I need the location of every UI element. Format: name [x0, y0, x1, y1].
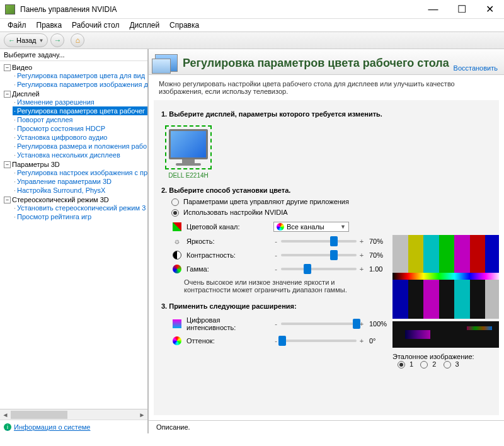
tree-group[interactable]: − Стереоскопический режим 3D	[4, 196, 147, 203]
brightness-icon: ☼	[173, 237, 181, 246]
tree-item[interactable]: ·Регулировка параметров цвета для вид	[13, 71, 147, 80]
contrast-slider[interactable]	[281, 254, 357, 256]
monitor-selector[interactable]: DELL E2214H	[161, 122, 215, 183]
tree-item[interactable]: ·Поворот дисплея	[13, 115, 147, 124]
digital-value: 100%	[369, 320, 394, 328]
hue-slider[interactable]	[281, 340, 357, 342]
home-icon: ⌂	[76, 36, 80, 45]
menu-display[interactable]: Дисплей	[124, 20, 164, 31]
color-wheel-icon	[277, 223, 284, 231]
tree-item[interactable]: ·Регулировка размера и положения рабо	[13, 142, 147, 151]
restore-link[interactable]: Восстановить	[454, 64, 498, 72]
ref-option-3[interactable]: 3	[444, 360, 459, 368]
tree-item[interactable]: ·Регулировка настроек изображения с пр	[13, 168, 147, 177]
arrow-left-icon: ←	[8, 37, 15, 44]
tree-item[interactable]: ·Установка нескольких дисплеев	[13, 151, 147, 159]
close-button[interactable]: ✕	[476, 0, 504, 19]
system-info-label: Информация о системе	[14, 423, 90, 431]
channel-select[interactable]: Все каналы ▼	[273, 222, 349, 232]
contrast-icon	[173, 251, 181, 260]
scroll-left-icon[interactable]: ◄	[0, 409, 11, 420]
tree-group[interactable]: − Видео	[4, 64, 147, 71]
menubar: Файл Правка Рабочий стол Дисплей Справка	[0, 19, 504, 31]
reference-label: Эталонное изображение:	[392, 353, 499, 360]
radio-nvidia[interactable]: Использовать настройки NVIDIA	[161, 209, 491, 217]
arrow-right-icon: →	[54, 36, 61, 45]
gamma-label: Гамма:	[186, 265, 268, 273]
window-title: Панель управления NVIDIA	[20, 5, 419, 14]
contrast-value: 70%	[369, 251, 394, 259]
maximize-button[interactable]: ☐	[447, 0, 476, 19]
tree-item[interactable]: ·Изменение разрешения	[13, 98, 147, 106]
radio-checked-icon	[171, 209, 179, 217]
brightness-label: Яркость:	[186, 237, 268, 245]
minimize-button[interactable]: —	[419, 0, 447, 19]
color-bars-icon	[392, 235, 499, 273]
tree-group[interactable]: − Дисплей	[4, 90, 147, 98]
tree-collapse-icon: −	[4, 161, 11, 168]
hue-value: 0°	[369, 337, 394, 345]
home-button[interactable]: ⌂	[71, 33, 84, 47]
channel-value: Все каналы	[287, 223, 324, 231]
sidebar: Выберите задачу... − Видео·Регулировка п…	[0, 49, 149, 433]
main-header: Регулировка параметров цвета рабочего ст…	[149, 49, 504, 75]
gamma-value: 1.00	[369, 265, 394, 273]
monitor-label: DELL E2214H	[165, 172, 212, 179]
menu-file[interactable]: Файл	[3, 20, 32, 31]
titlebar: Панель управления NVIDIA — ☐ ✕	[0, 0, 504, 19]
digital-label: Цифровая интенсивность:	[186, 316, 268, 331]
step2-title: 2. Выберите способ установки цвета.	[161, 186, 491, 194]
tree-item[interactable]: ·Просмотр состояния HDCP	[13, 124, 147, 133]
brightness-value: 70%	[369, 237, 394, 245]
ref-option-2[interactable]: 2	[420, 360, 436, 368]
tree-item[interactable]: ·Регулировка параметров цвета рабочег	[13, 106, 147, 115]
tree-group[interactable]: − Параметры 3D	[4, 161, 147, 168]
main-panel: Регулировка параметров цвета рабочего ст…	[149, 49, 504, 433]
page-title: Регулировка параметров цвета рабочего ст…	[183, 57, 449, 70]
menu-edit[interactable]: Правка	[32, 20, 67, 31]
horizontal-scrollbar[interactable]: ◄ ►	[0, 409, 147, 420]
system-info-link[interactable]: i Информация о системе	[4, 423, 90, 431]
brightness-slider[interactable]	[281, 240, 357, 243]
tree-item[interactable]: ·Установка цифрового аудио	[13, 133, 147, 142]
radio-icon	[171, 198, 179, 206]
back-label: Назад	[16, 37, 37, 44]
tree-item[interactable]: ·Настройка Surround, PhysX	[13, 186, 147, 195]
display-color-icon	[155, 54, 178, 72]
back-button[interactable]: ← Назад ▼	[4, 33, 48, 47]
channel-label: Цветовой канал:	[186, 223, 268, 231]
tree-item[interactable]: ·Регулировка параметров изображения д	[13, 80, 147, 89]
channel-icon	[173, 222, 181, 231]
radio-other-apps[interactable]: Параметрами цвета управляют другие прило…	[161, 198, 491, 206]
tree-collapse-icon: −	[4, 197, 11, 203]
task-tree: − Видео·Регулировка параметров цвета для…	[0, 61, 147, 409]
app-icon	[5, 4, 15, 14]
menu-desktop[interactable]: Рабочий стол	[67, 20, 124, 31]
hue-icon	[173, 336, 181, 345]
forward-button[interactable]: →	[50, 33, 64, 47]
info-icon: i	[4, 423, 11, 431]
ref-option-1[interactable]: 1	[398, 360, 413, 368]
tree-collapse-icon: −	[4, 64, 11, 71]
tree-collapse-icon: −	[4, 91, 11, 98]
gamma-icon	[173, 265, 181, 273]
digital-vibrance-icon	[173, 319, 181, 328]
step1-title: 1. Выберите дисплей, параметры которого …	[161, 110, 491, 118]
description-label: Описание.	[149, 420, 504, 433]
page-description: Можно регулировать настройки цвета рабоч…	[149, 75, 504, 100]
menu-help[interactable]: Справка	[164, 20, 204, 31]
tree-item[interactable]: ·Управление параметрами 3D	[13, 177, 147, 186]
chevron-down-icon: ▼	[340, 224, 346, 230]
reference-image-panel: Эталонное изображение: 1 2 3	[392, 235, 499, 369]
hue-label: Оттенок:	[186, 337, 268, 345]
scroll-thumb[interactable]	[11, 411, 67, 419]
tree-item[interactable]: ·Установить стереоскопический режим 3	[13, 203, 147, 212]
digital-slider[interactable]	[281, 323, 357, 325]
tree-item[interactable]: ·Просмотр рейтинга игр	[13, 212, 147, 221]
monitor-icon	[169, 129, 208, 159]
chevron-down-icon: ▼	[39, 38, 44, 43]
gamma-slider[interactable]	[281, 268, 357, 270]
scroll-right-icon[interactable]: ►	[137, 409, 147, 420]
gamma-hint: Очень высокое или низкое значение яркост…	[161, 276, 369, 299]
contrast-label: Контрастность:	[186, 251, 268, 259]
